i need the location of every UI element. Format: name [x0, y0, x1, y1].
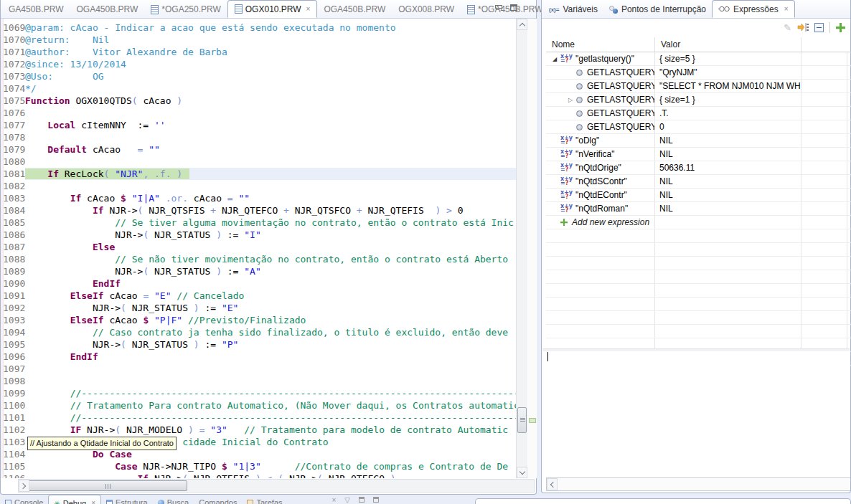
edit-expression-icon[interactable]: ✎: [784, 22, 791, 33]
code-line-1072[interactable]: 1072@since: 13/10/2014: [1, 58, 516, 70]
editor-tab-ogx010.prw[interactable]: OGX010.PRW×: [227, 0, 318, 18]
code-line-1070[interactable]: 1070@return: Nil: [1, 34, 516, 46]
expression-row[interactable]: GETLASTQUERY(0: [546, 120, 851, 134]
expression-detail-pane[interactable]: [542, 351, 850, 475]
save-all-icon[interactable]: [373, 497, 379, 503]
empty-row[interactable]: [546, 243, 851, 257]
code-line-1079[interactable]: 1079 Default cAcao = "": [1, 143, 516, 156]
expression-row[interactable]: ▷GETLASTQUERY({ size=1 }: [546, 93, 851, 107]
editor-tab-oga450b.prw[interactable]: OGA450B.PRW: [317, 1, 392, 18]
editor-tab-oga450b.prw[interactable]: OGA450B.PRW: [70, 1, 144, 18]
tab-expressoes[interactable]: Expressões ×: [712, 0, 795, 18]
empty-row[interactable]: [546, 325, 851, 338]
close-icon[interactable]: ×: [784, 6, 789, 13]
expression-row[interactable]: GETLASTQUERY("SELECT * FROM NJM010 NJM W…: [546, 80, 851, 93]
editor-tab-ogx008.prw[interactable]: OGX008.PRW: [392, 1, 461, 18]
maximize-icon[interactable]: [510, 4, 517, 11]
expression-row[interactable]: GETLASTQUERY("QryNJM": [546, 66, 851, 80]
empty-row[interactable]: [546, 229, 851, 243]
code-line-1094[interactable]: 1094 // Caso contrato ja tenha sido fina…: [1, 326, 516, 338]
editor-tab-ga450b.prw[interactable]: GA450B.PRW: [2, 1, 70, 18]
code-line-1106[interactable]: 1106 If NJR->( NJR_QTEFIS ) < ( NJR->( N…: [1, 472, 516, 478]
expression-row[interactable]: ◢x+y=?"getlastquery()"{ size=5 }: [546, 52, 851, 66]
expression-row[interactable]: x+y=?"oDlg"NIL: [546, 134, 851, 148]
expression-row[interactable]: x+y=?"nQtdSContr"NIL: [546, 175, 851, 189]
code-line-1087[interactable]: 1087 Else: [1, 241, 516, 253]
column-header-nome[interactable]: Nome: [546, 37, 655, 52]
code-line-1078[interactable]: 1078: [1, 131, 516, 143]
code-line-1085[interactable]: 1085 // Se tiver alguma movimentação no …: [1, 217, 516, 229]
scroll-right-icon[interactable]: [19, 480, 29, 492]
tab-variaveis[interactable]: (x)= Variáveis: [543, 1, 603, 18]
code-line-1080[interactable]: 1080: [1, 156, 516, 168]
empty-row[interactable]: [546, 284, 851, 298]
code-line-1099[interactable]: 1099 //---------------------------------…: [1, 387, 516, 399]
code-line-1088[interactable]: 1088 // Se não tiver movimentação no con…: [1, 253, 516, 265]
horizontal-scroll-thumb[interactable]: [28, 480, 187, 491]
expression-row[interactable]: GETLASTQUERY(.T.: [546, 107, 851, 120]
empty-row[interactable]: [546, 257, 851, 270]
bottom-tab-debug[interactable]: ✳Debug×: [48, 495, 101, 504]
code-line-1077[interactable]: 1077 Local cItemNNY := '': [1, 119, 516, 131]
code-line-1100[interactable]: 1100 // Tratamento Para contrato Automat…: [1, 399, 516, 412]
scroll-down-icon[interactable]: [517, 467, 527, 478]
code-line-1095[interactable]: 1095 NJR->( NJR_STATUS ) := "P": [1, 338, 516, 351]
code-area[interactable]: 1069@param: cAcao - Indicar a acao que e…: [1, 19, 516, 478]
code-line-1089[interactable]: 1089 NJR->( NJR_STATUS ) := "A": [1, 265, 516, 277]
code-line-1086[interactable]: 1086 NJR->( NJR_STATUS ) := "I": [1, 229, 516, 241]
vertical-scroll-thumb[interactable]: [517, 407, 527, 433]
code-line-1075[interactable]: 1075Function OGX010QTDS( cAcao ): [1, 95, 516, 107]
code-line-1093[interactable]: 1093 ElseIf cAcao $ "P|F" //Previsto/Fin…: [1, 314, 516, 326]
close-icon[interactable]: ×: [91, 500, 95, 504]
close-icon[interactable]: ×: [306, 6, 311, 13]
bottom-tab-comandos[interactable]: Comandos: [194, 495, 242, 504]
expand-open-icon[interactable]: ◢: [553, 56, 560, 62]
code-line-1092[interactable]: 1092 NJR->( NJR_STATUS ) := "E": [1, 302, 516, 314]
expression-row[interactable]: x+y=?"nQtdEContr"NIL: [546, 189, 851, 202]
save-icon[interactable]: [359, 497, 365, 503]
code-line-1073[interactable]: 1073@Uso: OG: [1, 70, 516, 82]
bottom-tab-console[interactable]: Console: [0, 495, 48, 504]
code-line-1102[interactable]: 1102 IF NJR->( NJR_MODELO ) = "3" // Tra…: [1, 424, 516, 436]
code-line-1096[interactable]: 1096 EndIf: [1, 351, 516, 363]
code-line-1081[interactable]: 1081 If RecLock( "NJR", .f. ): [1, 168, 516, 180]
empty-row[interactable]: [546, 270, 851, 284]
clear-icon[interactable]: ×: [332, 497, 337, 504]
add-expression-row[interactable]: Add new expression: [546, 216, 851, 229]
minimize-icon[interactable]: [495, 5, 502, 9]
tab-pontos-de-interrupcao[interactable]: Pontos de Interrupção: [603, 1, 712, 18]
code-line-1071[interactable]: 1071@author: Vitor Alexandre de Barba: [1, 46, 516, 58]
code-line-1076[interactable]: 1076: [1, 107, 516, 119]
code-line-1098[interactable]: 1098: [1, 375, 516, 387]
code-line-1091[interactable]: 1091 ElseIf cAcao = "E" // Cancelado: [1, 290, 516, 302]
expression-row[interactable]: x+y=?"nQtdOrige"50636.11: [546, 161, 851, 175]
current-line-marker[interactable]: [529, 418, 536, 423]
bottom-tab-estrutura[interactable]: Estrutura: [101, 495, 153, 504]
empty-row[interactable]: [546, 311, 851, 325]
bottom-tab-tarefas[interactable]: Tarefas: [242, 495, 287, 504]
code-line-1082[interactable]: 1082: [1, 180, 516, 192]
scroll-up-icon[interactable]: [517, 19, 527, 30]
code-line-1074[interactable]: 1074*/: [1, 82, 516, 95]
code-line-1083[interactable]: 1083 If cAcao $ "I|A" .or. cAcao = "": [1, 192, 516, 204]
expression-row[interactable]: x+y=?"nVerifica"NIL: [546, 148, 851, 161]
add-expression-icon[interactable]: [560, 219, 568, 226]
expand-closed-icon[interactable]: ▷: [568, 97, 576, 103]
column-header-valor[interactable]: Valor: [655, 37, 801, 52]
reevaluate-watch-icon[interactable]: [797, 22, 809, 32]
empty-row[interactable]: [546, 298, 851, 311]
editor-tab-oga250.prw[interactable]: *OGA250.PRW: [144, 1, 227, 18]
bottom-tab-busca[interactable]: Busca: [153, 495, 194, 504]
expression-row[interactable]: x+y=?"nQtdRoman"NIL: [546, 202, 851, 216]
collapse-all-icon[interactable]: [814, 23, 824, 32]
editor-vertical-scrollbar[interactable]: [516, 19, 527, 478]
code-line-1090[interactable]: 1090 EndIf: [1, 277, 516, 290]
filter-icon[interactable]: ▽: [344, 497, 350, 504]
code-line-1097[interactable]: 1097: [1, 363, 516, 375]
code-line-1069[interactable]: 1069@param: cAcao - Indicar a acao que e…: [1, 22, 516, 34]
editor-horizontal-scrollbar[interactable]: [18, 479, 535, 493]
code-line-1084[interactable]: 1084 If NJR->( NJR_QTSFIS + NJR_QTEFCO +…: [1, 204, 516, 217]
add-expression-icon[interactable]: [836, 23, 845, 32]
panel-horizontal-scrollbar[interactable]: [546, 477, 850, 491]
code-line-1101[interactable]: 1101 //---------------------------------…: [1, 412, 516, 424]
